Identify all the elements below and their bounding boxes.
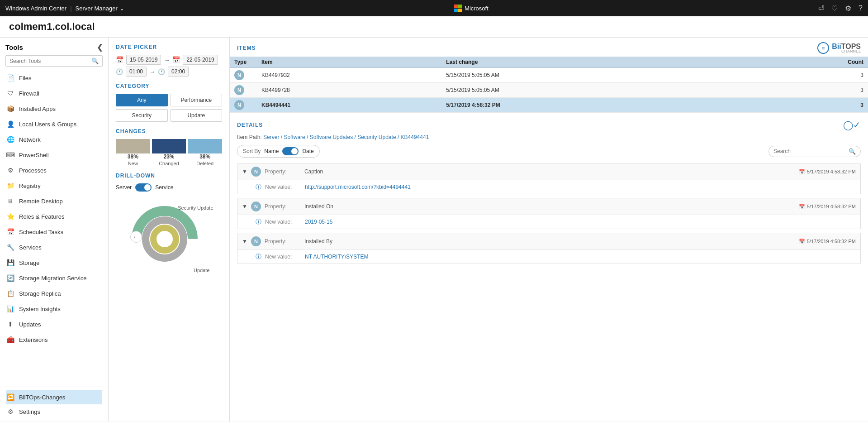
- installed-on-property-name: Installed On: [304, 203, 795, 210]
- sidebar-item-label: Storage: [19, 259, 40, 266]
- remote-desktop-icon: 🖥: [6, 197, 14, 205]
- sidebar-item-label: Registry: [19, 182, 41, 189]
- detail-group-caption: ▼ N Property: Caption 📅 5/17/2019 4:58:3…: [237, 163, 861, 194]
- content-area: DATE PICKER 📅 15-05-2019 → 📅 22-05-2019 …: [109, 38, 868, 422]
- details-search-box[interactable]: 🔍: [768, 146, 861, 157]
- row-count: 3: [748, 98, 868, 113]
- changes-title: CHANGES: [116, 128, 222, 134]
- installed-by-type-badge: N: [251, 236, 261, 246]
- expand-installed-on-icon[interactable]: ▼: [242, 203, 247, 210]
- detail-header-installed-on: ▼ N Property: Installed On 📅 5/17/2019 4…: [237, 198, 860, 215]
- sidebar-item-services[interactable]: 🔧 Services: [0, 240, 108, 255]
- detail-body-installed-on: ⓘ New value: 2019-05-15: [237, 215, 860, 229]
- row-item: KB4497932: [257, 68, 441, 83]
- back-button[interactable]: ←: [130, 231, 142, 243]
- sidebar-item-storage[interactable]: 💾 Storage: [0, 255, 108, 270]
- sidebar-item-storage-replica[interactable]: 📋 Storage Replica: [0, 286, 108, 301]
- gear-icon[interactable]: ⚙: [845, 4, 851, 13]
- sidebar-collapse-button[interactable]: ❮: [97, 43, 103, 52]
- sidebar-item-registry[interactable]: 📁 Registry: [0, 178, 108, 193]
- details-header-row: DETAILS ◯✓: [237, 120, 861, 130]
- sidebar-item-label: Network: [19, 136, 41, 143]
- to-date[interactable]: 22-05-2019: [183, 55, 218, 65]
- from-time[interactable]: 01:00: [126, 67, 147, 77]
- caption-new-value: http://support.microsoft.com/?kbid=44944…: [305, 184, 411, 190]
- search-tools-input[interactable]: [9, 58, 89, 64]
- help-icon[interactable]: ?: [859, 4, 863, 12]
- sidebar-item-label: Storage Migration Service: [19, 275, 87, 282]
- sidebar-item-processes[interactable]: ⚙ Processes: [0, 163, 108, 178]
- path-kb[interactable]: KB4494441: [401, 134, 429, 140]
- expand-caption-icon[interactable]: ▼: [242, 168, 247, 175]
- services-icon: 🔧: [6, 243, 14, 251]
- new-value-label: New value:: [265, 219, 301, 225]
- sidebar-item-remote-desktop[interactable]: 🖥 Remote Desktop: [0, 193, 108, 209]
- row-last-change: 5/15/2019 5:05:05 AM: [441, 68, 748, 83]
- search-right-icon: 🔍: [849, 148, 856, 155]
- sidebar-item-label: Storage Replica: [19, 290, 61, 297]
- sidebar-item-biitops[interactable]: 🔁 BiiTOps-Changes: [6, 390, 102, 404]
- sort-toggle[interactable]: [282, 147, 299, 155]
- path-server[interactable]: Server: [263, 134, 279, 140]
- sort-name-option[interactable]: Name: [264, 148, 279, 154]
- category-update-button[interactable]: Update: [171, 109, 223, 122]
- scheduled-tasks-icon: 📅: [6, 228, 14, 236]
- sidebar-item-storage-migration[interactable]: 🔄 Storage Migration Service: [0, 270, 108, 286]
- processes-icon: ⚙: [6, 166, 14, 174]
- detail-header-caption: ▼ N Property: Caption 📅 5/17/2019 4:58:3…: [237, 163, 860, 180]
- sidebar-item-local-users[interactable]: 👤 Local Users & Groups: [0, 116, 108, 132]
- installed-on-date: 📅 5/17/2019 4:58:32 PM: [799, 204, 856, 210]
- to-time[interactable]: 02:00: [168, 67, 189, 77]
- biitops-icon: 🔁: [6, 393, 14, 401]
- category-any-button[interactable]: Any: [116, 94, 168, 106]
- items-title: ITEMS: [237, 45, 256, 51]
- calendar-from-icon: 📅: [116, 56, 123, 63]
- installed-on-new-value: 2019-05-15: [305, 219, 332, 225]
- sidebar-biitops-label: BiiTOps-Changes: [19, 394, 65, 401]
- path-software[interactable]: Software: [284, 134, 305, 140]
- expand-installed-by-icon[interactable]: ▼: [242, 238, 247, 245]
- changes-section: CHANGES 38% New 23% Changed 38%: [116, 128, 222, 166]
- sidebar-item-system-insights[interactable]: 📊 System Insights: [0, 301, 108, 316]
- terminal-icon[interactable]: ⏎: [818, 4, 824, 13]
- sidebar-item-network[interactable]: 🌐 Network: [0, 132, 108, 147]
- network-icon: 🌐: [6, 135, 14, 144]
- sidebar-item-extensions[interactable]: 🧰 Extensions: [0, 332, 108, 347]
- storage-icon: 💾: [6, 259, 14, 267]
- search-tools-box[interactable]: 🔍: [5, 55, 103, 67]
- drilldown-toggle[interactable]: [135, 183, 152, 192]
- caption-date: 📅 5/17/2019 4:58:32 PM: [799, 169, 856, 175]
- table-row[interactable]: N KB4499728 5/15/2019 5:05:05 AM 3: [230, 83, 868, 98]
- category-security-button[interactable]: Security: [116, 109, 168, 122]
- sidebar-item-settings[interactable]: ⚙ Settings: [6, 404, 102, 419]
- bar-deleted-label: Deleted: [196, 161, 213, 166]
- sidebar-item-label: Firewall: [19, 90, 39, 97]
- drilldown-toggle-row: Server Service: [116, 183, 222, 192]
- sidebar-item-installed-apps[interactable]: 📦 Installed Apps: [0, 101, 108, 116]
- table-row-selected[interactable]: N KB4494441 5/17/2019 4:58:32 PM 3: [230, 98, 868, 113]
- details-search-input[interactable]: [773, 148, 846, 154]
- sidebar-item-scheduled-tasks[interactable]: 📅 Scheduled Tasks: [0, 224, 108, 240]
- sidebar-item-roles-features[interactable]: ⭐ Roles & Features: [0, 209, 108, 224]
- row-count: 3: [748, 68, 868, 83]
- sidebar-item-files[interactable]: 📄 Files: [0, 70, 108, 86]
- bell-icon[interactable]: ♡: [831, 4, 838, 13]
- path-security-update[interactable]: Security Update: [357, 134, 396, 140]
- sidebar-item-firewall[interactable]: 🛡 Firewall: [0, 86, 108, 101]
- sidebar-item-updates[interactable]: ⬆ Updates: [0, 316, 108, 332]
- local-users-icon: 👤: [6, 120, 14, 128]
- sidebar-item-powershell[interactable]: ⌨ PowerShell: [0, 147, 108, 163]
- topbar: Windows Admin Center | Server Manager ⌄ …: [0, 0, 868, 16]
- sort-date-option[interactable]: Date: [302, 148, 313, 154]
- bar-deleted: [188, 139, 222, 153]
- details-check-icon[interactable]: ◯✓: [843, 120, 861, 130]
- from-date[interactable]: 15-05-2019: [126, 55, 161, 65]
- table-row[interactable]: N KB4497932 5/15/2019 5:05:05 AM 3: [230, 68, 868, 83]
- col-item: Item: [257, 57, 441, 68]
- category-performance-button[interactable]: Performance: [171, 94, 223, 106]
- brand-name: Microsoft: [465, 5, 489, 12]
- biitops-brand-b: Bii: [832, 43, 841, 50]
- path-software-updates[interactable]: Software Updates: [310, 134, 353, 140]
- server-manager-link[interactable]: Server Manager ⌄: [76, 5, 124, 12]
- arrow-time-icon: →: [149, 68, 155, 75]
